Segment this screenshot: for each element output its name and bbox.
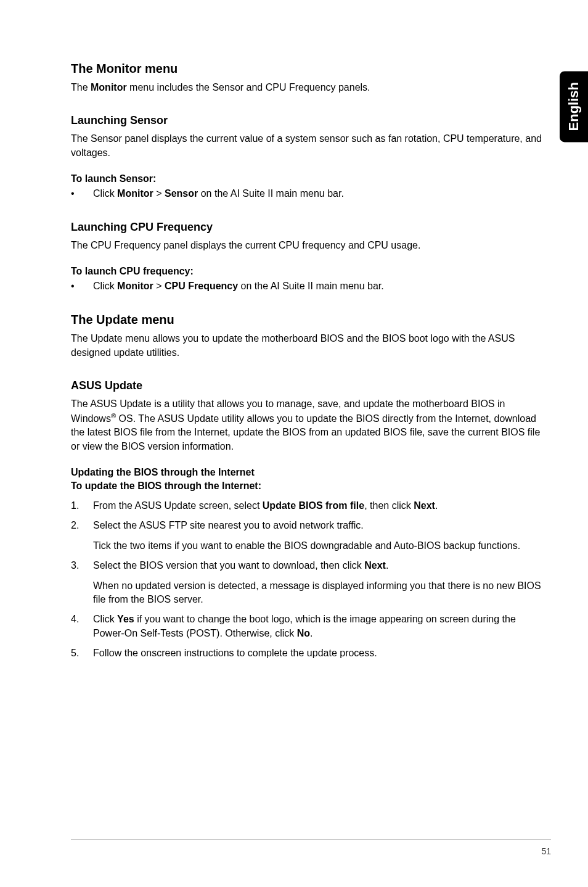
monitor-menu-intro: The Monitor menu includes the Sensor and…: [71, 81, 549, 94]
sensor-bullet: • Click Monitor > Sensor on the AI Suite…: [71, 187, 549, 200]
update-menu-heading: The Update menu: [71, 313, 549, 327]
to-update-bios-heading: To update the BIOS through the Internet:: [71, 481, 549, 492]
bullet-icon: •: [71, 279, 93, 293]
update-menu-desc: The Update menu allows you to update the…: [71, 332, 549, 360]
list-number: 3.: [71, 559, 93, 606]
to-launch-cpu-heading: To launch CPU frequency:: [71, 266, 549, 277]
list-item: 1. From the ASUS Update screen, select U…: [71, 499, 549, 513]
list-number: 2.: [71, 519, 93, 553]
launching-sensor-desc: The Sensor panel displays the current va…: [71, 132, 549, 160]
cpu-bullet: • Click Monitor > CPU Frequency on the A…: [71, 279, 549, 293]
page-number: 51: [541, 846, 551, 856]
launching-sensor-heading: Launching Sensor: [71, 114, 549, 127]
page-footer: 51: [71, 840, 551, 856]
list-item: 2. Select the ASUS FTP site nearest you …: [71, 519, 549, 553]
language-tab: English: [560, 71, 588, 142]
asus-update-heading: ASUS Update: [71, 379, 549, 392]
monitor-menu-heading: The Monitor menu: [71, 62, 549, 76]
bullet-icon: •: [71, 187, 93, 200]
list-number: 5.: [71, 646, 93, 660]
list-item: 3. Select the BIOS version that you want…: [71, 559, 549, 606]
list-number: 1.: [71, 499, 93, 513]
list-item: 4. Click Yes if you want to change the b…: [71, 613, 549, 640]
asus-update-desc: The ASUS Update is a utility that allows…: [71, 397, 549, 453]
launching-cpu-heading: Launching CPU Frequency: [71, 221, 549, 234]
updating-bios-internet-heading: Updating the BIOS through the Internet: [71, 467, 549, 478]
list-number: 4.: [71, 613, 93, 640]
list-item: 5. Follow the onscreen instructions to c…: [71, 646, 549, 660]
page-content: The Monitor menu The Monitor menu includ…: [71, 62, 549, 661]
launching-cpu-desc: The CPU Frequency panel displays the cur…: [71, 239, 549, 252]
to-launch-sensor-heading: To launch Sensor:: [71, 173, 549, 184]
